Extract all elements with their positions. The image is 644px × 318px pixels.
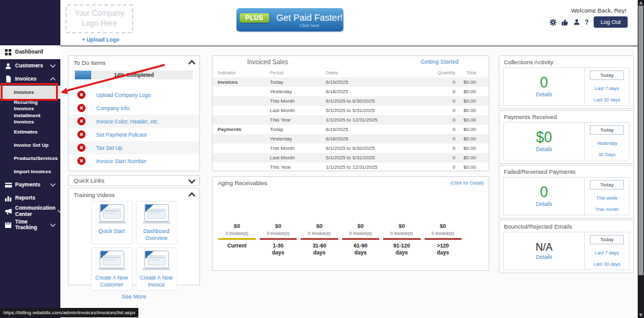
- period-last-30-days[interactable]: Last 30 days: [594, 261, 621, 267]
- todo-item-link[interactable]: Set Payment Policies: [96, 132, 147, 138]
- sidebar-item-customers[interactable]: Customers: [0, 59, 60, 72]
- stat-value: $0: [536, 130, 552, 145]
- period-last-7-days[interactable]: Last 7 days: [595, 86, 619, 91]
- cell-per: Yesterday: [270, 89, 326, 94]
- period-this-month[interactable]: This month: [595, 207, 618, 212]
- click-for-detail-link[interactable]: (Click for Detail): [450, 180, 484, 186]
- video-create-a-new-invoice[interactable]: Create A New Invoice: [136, 247, 177, 291]
- collapse-chevron-up-icon[interactable]: [188, 60, 195, 67]
- sidebar-item-reports[interactable]: Reports: [0, 191, 60, 205]
- plus-badge: PLUS: [240, 13, 269, 23]
- bucket-amount: $0: [423, 223, 464, 229]
- todo-item-link[interactable]: Invoice Color, Header, etc.: [96, 118, 159, 125]
- collapse-chevron-up-icon[interactable]: [188, 192, 195, 199]
- details-link[interactable]: Details: [536, 146, 552, 152]
- cell-per: Yesterday: [270, 136, 326, 142]
- video-label: Quick Start: [98, 228, 125, 235]
- cell-tot: $0.00: [455, 98, 476, 104]
- sidebar-item-dashboard[interactable]: Dashboard: [0, 45, 60, 59]
- period-last-7-days[interactable]: Last 7 days: [595, 250, 619, 256]
- period-today[interactable]: Today: [590, 180, 624, 190]
- sidebar-item-estimates[interactable]: Estimates: [0, 125, 60, 139]
- cell-qty: 0: [420, 136, 455, 142]
- sidebar-item-import-invoices[interactable]: Import Invoices: [0, 165, 60, 178]
- incomplete-x-icon: ×: [77, 130, 86, 139]
- todo-item: ×Invoice Start Number: [69, 154, 199, 168]
- quick-links-panel[interactable]: Quick Links: [68, 175, 200, 186]
- aging-bucket-1-30-days: $00 invoice(s)1-30 days: [258, 223, 299, 257]
- get-paid-faster-banner[interactable]: PLUS Get Paid Faster! Click here: [236, 8, 343, 31]
- details-link[interactable]: Details: [536, 254, 552, 260]
- sidebar-item-recurring-invoices[interactable]: Recurring Invoices: [0, 99, 60, 112]
- aging-bucket-91-120-days: $00 invoice(s)91-120 days: [381, 223, 423, 257]
- banner-click-here[interactable]: Click here: [299, 23, 319, 28]
- logout-button[interactable]: Log Out: [594, 16, 628, 28]
- stat-panel-collections-activity: Collections Activity0DetailsTodayLast 7 …: [499, 55, 634, 109]
- sidebar-item-payments[interactable]: Payments: [0, 178, 60, 191]
- period-today[interactable]: Today: [590, 125, 624, 135]
- help-icon[interactable]: ?: [585, 19, 589, 26]
- invoiced-sales-row: Last Month5/1/2025 to 5/31/20250$0.00: [213, 153, 489, 162]
- period-this-week[interactable]: This week: [596, 195, 618, 201]
- sidebar-item-label: Communication Center: [15, 205, 55, 218]
- scroll-up-arrow-icon[interactable]: [639, 1, 643, 4]
- period-last-30-days[interactable]: Last 30 days: [594, 97, 621, 103]
- sidebar-item-time-tracking[interactable]: Time Tracking: [0, 219, 60, 232]
- video-create-a-new-customer[interactable]: Create A New Customer: [91, 247, 133, 291]
- bucket-amount: $0: [299, 223, 340, 229]
- cell-per: Today: [270, 127, 326, 132]
- period-30-days[interactable]: 30 Days: [598, 152, 616, 157]
- sidebar-item-installment-invoices[interactable]: Installment Invoices: [0, 112, 60, 125]
- todo-item-link[interactable]: Upload Company Logo: [96, 92, 151, 98]
- details-link[interactable]: Details: [536, 91, 552, 98]
- video-thumbnail-icon: [143, 204, 170, 227]
- details-link[interactable]: Details: [536, 201, 552, 207]
- header: Your Company Logo Here + Upload Logo PLU…: [60, 0, 638, 47]
- invoiced-sales-panel: Invoiced Sales Getting Started Indicator…: [212, 55, 489, 171]
- thumbs-up-icon[interactable]: [562, 19, 569, 26]
- stat-value: N/A: [536, 242, 553, 253]
- cell-tot: $0.00: [455, 108, 476, 113]
- account-person-icon[interactable]: [574, 19, 580, 25]
- see-more-link[interactable]: See More: [69, 293, 199, 300]
- sidebar-item-label: Customers: [15, 63, 43, 69]
- aging-receivables-panel: Aging Receivables (Click for Detail) $00…: [212, 176, 489, 271]
- quick-links-title: Quick Links: [74, 177, 104, 184]
- cell-per: This Year: [270, 117, 326, 123]
- expand-chevron-down-icon[interactable]: [188, 176, 195, 183]
- megaphone-icon: [4, 208, 12, 215]
- aging-header: Aging Receivables (Click for Detail): [213, 177, 489, 188]
- vertical-scrollbar[interactable]: [638, 0, 644, 318]
- video-thumbnail-icon: [98, 251, 126, 273]
- sidebar-item-label: Dashboard: [15, 49, 43, 55]
- sidebar-item-communication-center[interactable]: Communication Center: [0, 205, 60, 219]
- video-quick-start[interactable]: Quick Start: [91, 201, 133, 244]
- sidebar-item-products-services[interactable]: Products/Services: [0, 152, 60, 165]
- training-panel-title: Training Videos: [74, 191, 114, 198]
- period-today[interactable]: Today: [590, 235, 624, 244]
- cell-dat: 5/1/2025 to 5/31/2025: [326, 108, 420, 113]
- todo-progress-bar: 14% Completed: [75, 71, 193, 79]
- getting-started-link[interactable]: Getting Started: [420, 59, 458, 65]
- todo-item-link[interactable]: Tax Set Up: [96, 145, 123, 151]
- cell-tot: $0.00: [455, 89, 476, 94]
- scrollbar-thumb[interactable]: [638, 6, 643, 275]
- stat-panel-bounced-rejected-emails: Bounced/Rejected EmailsN/ADetailsTodayLa…: [499, 220, 634, 273]
- settings-gear-icon[interactable]: [550, 19, 557, 26]
- aging-buckets: $00 invoice(s)Current$00 invoice(s)1-30 …: [216, 223, 464, 257]
- todo-item-link[interactable]: Company Info: [96, 105, 130, 111]
- video-dashboard-overview[interactable]: Dashboard Overview: [136, 201, 177, 244]
- aging-title: Aging Receivables: [218, 179, 267, 186]
- period-yesterday[interactable]: Yesterday: [596, 140, 617, 146]
- grid-icon: [4, 49, 12, 55]
- stat-value-area: N/ADetails: [504, 232, 584, 270]
- video-label: Create A New Invoice: [138, 275, 175, 288]
- todo-item-link[interactable]: Invoice Start Number: [96, 158, 147, 164]
- sidebar-item-invoice-set-up[interactable]: Invoice Set Up: [0, 139, 60, 152]
- scroll-down-arrow-icon[interactable]: [639, 314, 643, 317]
- period-today[interactable]: Today: [590, 71, 624, 80]
- bucket-label: 1-30 days: [258, 242, 299, 257]
- cell-dat: 6/1/2025 to 6/30/2025: [326, 98, 420, 104]
- upload-logo-link[interactable]: + Upload Logo: [65, 37, 136, 43]
- stat-value-area: 0Details: [504, 178, 584, 215]
